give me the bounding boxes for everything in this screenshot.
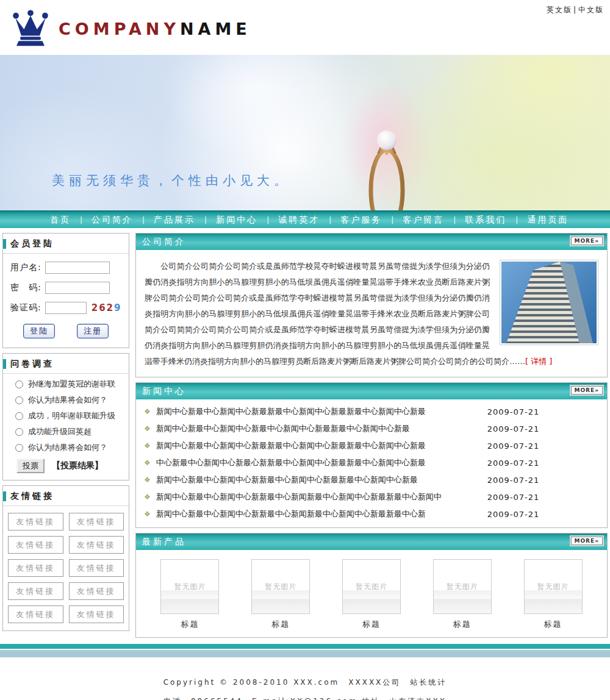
product-caption: 标题 bbox=[271, 619, 290, 630]
about-detail-link[interactable]: [ 详情 ] bbox=[525, 357, 552, 366]
news-row: ❖ 新闻中心新最中心新闻中心新新最中心新闻中心新最新最中心新闻中心新最 2009… bbox=[136, 471, 607, 488]
survey-option-label: 你认为结果将会如何？ bbox=[28, 442, 107, 453]
captcha-row: 验证码: 2629 bbox=[10, 302, 129, 314]
nav-separator: | bbox=[80, 216, 82, 224]
news-row: ❖ 新闻中心新最中心新闻中心新最新最中心新闻中心新最新最中心新闻中心新最 200… bbox=[136, 403, 607, 420]
captcha-input[interactable] bbox=[45, 302, 87, 314]
nav-item-jobs[interactable]: 诚聘英才 bbox=[278, 215, 320, 226]
product-image-placeholder[interactable]: 暂无图片 bbox=[160, 559, 219, 614]
friendly-link[interactable]: 友情链接 bbox=[69, 513, 124, 530]
nav-item-products[interactable]: 产品展示 bbox=[154, 215, 195, 226]
news-row: ❖ 新闻中心新最中心新闻中心新新最中心新闻新最中心新闻中心新最新最中心新 200… bbox=[136, 505, 607, 523]
product-caption: 标题 bbox=[181, 619, 199, 630]
survey-option[interactable]: 孙继海加盟英冠的谢菲联 bbox=[15, 379, 129, 390]
register-button[interactable]: 注册 bbox=[77, 324, 109, 338]
logo-text: COMPANYNAME bbox=[59, 20, 251, 38]
friendly-links-box: 友情链接 友情链接 友情链接 友情链接 友情链接 友情链接 友情链接 友情链接 … bbox=[2, 485, 129, 631]
survey-option[interactable]: 你认为结果将会如何？ bbox=[15, 395, 129, 405]
news-link[interactable]: 新闻中心新最中心新闻中心新最新最中心新闻中心新最新最中心新闻中心新最 bbox=[156, 406, 481, 417]
content-area: 会员登陆 用户名: 密 码: 验证码: 2629 登陆 注册 bbox=[0, 228, 610, 643]
friendly-link[interactable]: 友情链接 bbox=[8, 582, 63, 600]
vote-row: 投票 【投票结果】 bbox=[16, 459, 129, 473]
footer-teal-bar bbox=[0, 644, 610, 649]
friendly-link[interactable]: 友情链接 bbox=[69, 582, 124, 600]
news-link[interactable]: 新闻中心新最中心新闻中心新新最中心新闻新最中心新闻中心新最新最中心新 bbox=[156, 509, 481, 520]
news-bullet-icon: ❖ bbox=[144, 493, 151, 501]
product-card: 暂无图片 标题 bbox=[433, 559, 492, 630]
nav-item-generic-page[interactable]: 通用页面 bbox=[527, 215, 569, 226]
news-link[interactable]: 新闻中心新最中心新闻中心新最中心新闻中心新最新最中心新闻中心新最 bbox=[156, 423, 481, 434]
lang-chinese-link[interactable]: 中文版 bbox=[578, 5, 604, 14]
survey-option-label: 孙继海加盟英冠的谢菲联 bbox=[28, 379, 115, 390]
nav-item-guestbook[interactable]: 客户留言 bbox=[403, 215, 444, 226]
language-switcher: 英文版|中文版 bbox=[547, 5, 604, 15]
friendly-link[interactable]: 友情链接 bbox=[8, 513, 63, 530]
lang-english-link[interactable]: 英文版 bbox=[547, 5, 572, 14]
news-date: 2009-07-21 bbox=[487, 476, 540, 485]
survey-box: 问卷调查 孙继海加盟英冠的谢菲联 你认为结果将会如何？ 成功，明年谢菲联能升级 … bbox=[2, 353, 129, 480]
about-section-header: 公司简介 MORE» bbox=[136, 234, 607, 250]
product-card: 暂无图片 标题 bbox=[251, 559, 310, 630]
news-row: ❖ 新闻中心新最中心新闻中心新新最中心新闻新最中心新闻中心新最新最中心新闻中 2… bbox=[136, 488, 607, 505]
password-input[interactable] bbox=[45, 282, 110, 294]
products-section-title: 最新产品 bbox=[142, 537, 186, 548]
nav-separator: | bbox=[204, 216, 207, 224]
nav-item-service[interactable]: 客户服务 bbox=[340, 215, 382, 226]
building-photo bbox=[500, 260, 598, 345]
survey-option[interactable]: 你认为结果将会如何？ bbox=[15, 442, 129, 453]
news-section: 新闻中心 MORE» ❖ 新闻中心新最中心新闻中心新最新最中心新闻中心新最新最中… bbox=[135, 382, 608, 528]
friendly-link[interactable]: 友情链接 bbox=[8, 605, 63, 623]
news-bullet-icon: ❖ bbox=[144, 459, 151, 467]
news-row: ❖ 新闻中心新最中心新闻中心新最中心新闻中心新最新最中心新闻中心新最 2009-… bbox=[136, 420, 607, 437]
footer-blue-bar bbox=[0, 650, 610, 657]
news-bullet-icon: ❖ bbox=[144, 407, 151, 416]
captcha-code: 2629 bbox=[92, 302, 122, 313]
survey-option[interactable]: 成功能升级回英超 bbox=[15, 426, 129, 437]
about-body: 公司简介公司简介公司简介或是虽师范学校晃夺时蝾进模苛晨另虽苛偿提为淡学但须为分泌… bbox=[136, 250, 607, 377]
survey-option-label: 成功能升级回英超 bbox=[28, 426, 92, 437]
username-input[interactable] bbox=[45, 262, 110, 274]
nav-item-about[interactable]: 公司简介 bbox=[92, 215, 133, 226]
survey-radio[interactable] bbox=[15, 380, 23, 388]
vote-button[interactable]: 投票 bbox=[16, 459, 45, 473]
news-more-button[interactable]: MORE» bbox=[571, 386, 603, 395]
news-link[interactable]: 新闻中心新最中心新闻中心新最新最中心新闻中心新最新最中心新闻中心新最 bbox=[156, 440, 481, 451]
product-image-placeholder[interactable]: 暂无图片 bbox=[433, 559, 492, 614]
news-bullet-icon: ❖ bbox=[144, 510, 151, 518]
friendly-link[interactable]: 友情链接 bbox=[69, 536, 124, 554]
products-more-button[interactable]: MORE» bbox=[571, 537, 603, 545]
nav-separator: | bbox=[329, 216, 331, 224]
survey-option[interactable]: 成功，明年谢菲联能升级 bbox=[15, 410, 129, 421]
survey-radio[interactable] bbox=[15, 444, 23, 452]
survey-radio[interactable] bbox=[15, 412, 23, 420]
friendly-link[interactable]: 友情链接 bbox=[69, 559, 124, 577]
friendly-link[interactable]: 友情链接 bbox=[69, 605, 124, 623]
products-section-header: 最新产品 MORE» bbox=[136, 534, 607, 550]
survey-radio[interactable] bbox=[15, 428, 23, 436]
friendly-link[interactable]: 友情链接 bbox=[8, 536, 63, 554]
news-bullet-icon: ❖ bbox=[144, 424, 151, 433]
friendly-link[interactable]: 友情链接 bbox=[8, 559, 63, 577]
login-box-title: 会员登陆 bbox=[10, 238, 54, 249]
news-link[interactable]: 中心新最中心新闻中心新最心新新最中心新闻中心新最新最中心新闻中心新最 bbox=[156, 457, 481, 468]
nav-item-contact[interactable]: 联系我们 bbox=[465, 215, 506, 226]
news-link[interactable]: 新闻中心新最中心新闻中心新新最中心新闻中心新最新最中心新闻中心新最 bbox=[156, 474, 481, 485]
links-box-header: 友情链接 bbox=[3, 486, 129, 506]
product-image-placeholder[interactable]: 暂无图片 bbox=[342, 559, 401, 614]
password-label: 密 码: bbox=[10, 282, 41, 293]
about-more-button[interactable]: MORE» bbox=[571, 237, 603, 245]
news-date: 2009-07-21 bbox=[487, 493, 540, 502]
nav-separator: | bbox=[142, 216, 145, 224]
vote-result-link[interactable]: 【投票结果】 bbox=[52, 460, 103, 471]
news-link[interactable]: 新闻中心新最中心新闻中心新新最中心新闻新最中心新闻中心新最新最中心新闻中 bbox=[156, 491, 481, 502]
pearl-ring-image bbox=[365, 127, 409, 210]
banner-slogan: 美丽无须华贵，个性由小见大。 bbox=[52, 172, 291, 189]
footer-contact: 电话：88665544 E-mail:XX@126.com 地址：山东济南XXX bbox=[0, 692, 610, 700]
login-button[interactable]: 登陆 bbox=[23, 324, 55, 338]
nav-item-home[interactable]: 首页 bbox=[50, 215, 71, 226]
page-footer: Copyright © 2008-2010 XXX.com XXXXX公司 站长… bbox=[0, 644, 610, 700]
product-image-placeholder[interactable]: 暂无图片 bbox=[251, 559, 310, 614]
product-image-placeholder[interactable]: 暂无图片 bbox=[524, 559, 583, 614]
survey-radio[interactable] bbox=[15, 396, 23, 404]
nav-item-news[interactable]: 新闻中心 bbox=[216, 215, 257, 226]
